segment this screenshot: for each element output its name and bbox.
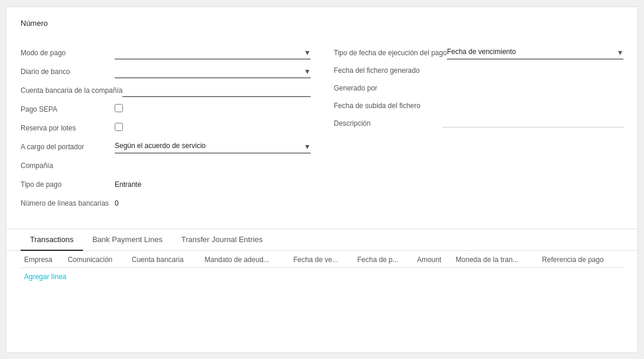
col-cuenta-bancaria: Cuenta bancaria: [128, 251, 201, 268]
pago-sepa-checkbox[interactable]: [115, 104, 123, 112]
cuenta-bancaria-input[interactable]: [122, 83, 310, 97]
cargo-portador-label: A cargo del portador: [21, 139, 115, 151]
tipo-fecha-select-wrapper: Fecha de vencimiento ▾: [447, 45, 623, 59]
form-right: Tipo de fecha de ejecución del pago Fech…: [334, 44, 624, 213]
pago-sepa-row: Pago SEPA: [21, 100, 311, 119]
generado-por-row: Generado por: [334, 79, 624, 97]
modo-pago-label: Modo de pago: [21, 45, 115, 57]
diario-banco-label: Diario de banco: [21, 64, 115, 76]
transactions-table: Empresa Comunicación Cuenta bancaria Man…: [21, 251, 623, 268]
pago-sepa-checkbox-wrapper: [115, 102, 311, 112]
diario-banco-select-wrapper: ▾: [115, 64, 311, 78]
modo-pago-select[interactable]: [115, 45, 311, 59]
tipo-fecha-row: Tipo de fecha de ejecución del pago Fech…: [334, 44, 624, 62]
reserva-lotes-row: Reserva por lotes: [21, 119, 311, 138]
numero-label: Número: [21, 19, 623, 28]
tipo-fecha-label: Tipo de fecha de ejecución del pago: [334, 45, 447, 58]
num-lineas-row: Número de líneas bancarias 0: [21, 194, 311, 213]
col-empresa: Empresa: [21, 251, 64, 268]
fecha-fichero-label: Fecha del fichero generado: [334, 63, 443, 76]
diario-banco-select[interactable]: [115, 64, 311, 78]
main-window: Número Modo de pago ▾ Diario de banco: [6, 6, 638, 353]
cuenta-bancaria-row: Cuenta bancaria de la compañía: [21, 82, 311, 100]
table-section: Empresa Comunicación Cuenta bancaria Man…: [6, 251, 638, 286]
descripcion-input[interactable]: [443, 116, 624, 128]
cargo-portador-select-wrapper: Según el acuerdo de servicio ▾: [115, 139, 311, 153]
tipo-pago-value: Entrante: [115, 177, 311, 189]
col-mandato: Mandato de adeud...: [201, 251, 290, 268]
col-moneda: Moneda de la tran...: [452, 251, 539, 268]
tab-transactions[interactable]: Transactions: [21, 229, 83, 251]
col-comunicacion: Comunicación: [64, 251, 128, 268]
compania-input[interactable]: [115, 158, 311, 172]
col-fecha-ve: Fecha de ve...: [290, 251, 354, 268]
add-line-link[interactable]: Agregar línea: [21, 268, 70, 286]
cargo-portador-row: A cargo del portador Según el acuerdo de…: [21, 138, 311, 157]
col-referencia: Referencia de pago: [539, 251, 623, 268]
tipo-fecha-select[interactable]: Fecha de vencimiento: [447, 45, 623, 59]
form-left: Modo de pago ▾ Diario de banco: [21, 44, 311, 213]
reserva-lotes-checkbox-wrapper: [115, 120, 311, 131]
compania-label: Compañía: [21, 158, 115, 170]
reserva-lotes-label: Reserva por lotes: [21, 120, 115, 132]
tab-transfer-journal-entries[interactable]: Transfer Journal Entries: [172, 229, 272, 251]
num-lineas-value: 0: [115, 196, 311, 207]
tab-bank-payment-lines[interactable]: Bank Payment Lines: [83, 229, 172, 251]
diario-banco-row: Diario de banco ▾: [21, 63, 311, 82]
form-grid: Modo de pago ▾ Diario de banco: [21, 44, 623, 213]
generado-por-value: [443, 80, 624, 84]
fecha-subida-value: [443, 98, 624, 102]
col-amount: Amount: [413, 251, 452, 268]
reserva-lotes-checkbox[interactable]: [115, 123, 123, 131]
pago-sepa-label: Pago SEPA: [21, 102, 115, 113]
modo-pago-row: Modo de pago ▾: [21, 44, 311, 63]
fecha-subida-row: Fecha de subida del fichero: [334, 97, 624, 115]
tipo-pago-row: Tipo de pago Entrante: [21, 176, 311, 194]
fecha-fichero-row: Fecha del fichero generado: [334, 62, 624, 79]
tipo-pago-label: Tipo de pago: [21, 177, 115, 189]
tabs-bar: Transactions Bank Payment Lines Transfer…: [6, 229, 638, 251]
fecha-fichero-value: [443, 63, 624, 66]
descripcion-row: Descripción: [334, 115, 624, 132]
generado-por-label: Generado por: [334, 80, 443, 92]
modo-pago-select-wrapper: ▾: [115, 45, 311, 59]
cuenta-bancaria-label: Cuenta bancaria de la compañía: [21, 83, 122, 95]
num-lineas-label: Número de líneas bancarias: [21, 196, 115, 209]
col-fecha-p: Fecha de p...: [353, 251, 413, 268]
tabs-section: Transactions Bank Payment Lines Transfer…: [6, 229, 638, 286]
table-header-row: Empresa Comunicación Cuenta bancaria Man…: [21, 251, 623, 268]
fecha-subida-label: Fecha de subida del fichero: [334, 98, 443, 111]
form-section: Número Modo de pago ▾ Diario de banco: [6, 7, 638, 219]
descripcion-label: Descripción: [334, 116, 443, 128]
cargo-portador-select[interactable]: Según el acuerdo de servicio: [115, 139, 311, 153]
compania-row: Compañía: [21, 157, 311, 176]
